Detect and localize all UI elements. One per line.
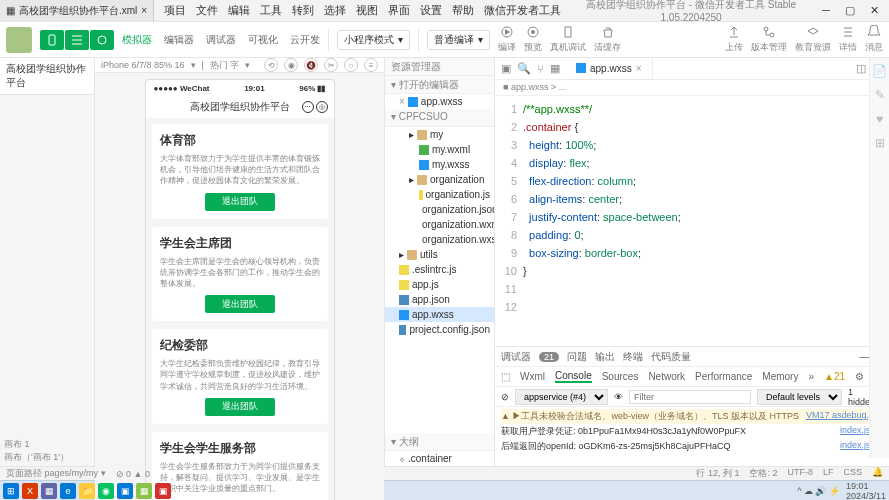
minimize-icon[interactable]: ─ — [817, 4, 835, 17]
menu-tools[interactable]: 工具 — [260, 3, 282, 18]
debugger-toggle[interactable] — [90, 30, 114, 50]
page-path[interactable]: 页面路径 pages/my/my ▾ — [6, 467, 106, 480]
real-device-button[interactable]: 真机调试 — [550, 25, 586, 54]
menu-icon[interactable]: ⋯ — [302, 101, 314, 113]
menu-help[interactable]: 帮助 — [452, 3, 474, 18]
menu-goto[interactable]: 转到 — [292, 3, 314, 18]
taskbar-app[interactable]: X — [22, 483, 38, 499]
taskbar-app[interactable]: ▣ — [117, 483, 133, 499]
project-tab[interactable]: 高校团学组织协作平台 — [0, 58, 94, 95]
inspect-icon[interactable]: ⬚ — [501, 371, 510, 382]
tree-item[interactable]: ▸ my — [385, 127, 494, 142]
indent-info[interactable]: 空格: 2 — [749, 467, 777, 480]
tab-editor[interactable]: 编辑器 — [164, 33, 194, 47]
bell-icon[interactable]: 🔔 — [872, 467, 883, 480]
menu-select[interactable]: 选择 — [324, 3, 346, 18]
close-icon[interactable]: × — [141, 5, 147, 16]
device-select[interactable]: iPhone 6/7/8 85% 16 — [101, 60, 185, 70]
tab-wxml[interactable]: Wxml — [520, 371, 545, 382]
tab-cloud[interactable]: 云开发 — [290, 33, 320, 47]
code-body[interactable]: /**app.wxss**/.container { height: 100%;… — [523, 96, 889, 346]
tree-item[interactable]: project.config.json — [385, 322, 494, 337]
split-icon[interactable]: ◫ — [856, 62, 866, 75]
edu-button[interactable]: 教育资源 — [795, 25, 831, 54]
tab-performance[interactable]: Performance — [695, 371, 752, 382]
more-icon[interactable]: ≡ — [364, 58, 378, 72]
leave-button[interactable]: 退出团队 — [205, 193, 275, 211]
console-tab-problems[interactable]: 问题 — [567, 350, 587, 364]
open-file[interactable]: × app.wxss — [385, 94, 494, 109]
outline-header[interactable]: ▾ 大纲 — [385, 433, 494, 451]
dock-icon[interactable]: ♥ — [876, 112, 883, 126]
tree-item[interactable]: organization.js — [385, 187, 494, 202]
start-button[interactable]: ⊞ — [3, 483, 19, 499]
tree-item[interactable]: app.wxss — [385, 307, 494, 322]
code-editor[interactable]: 123456789101112 /**app.wxss**/.container… — [495, 96, 889, 346]
outline-item[interactable]: ⬨ .container — [385, 451, 494, 466]
tree-item[interactable]: organization.json — [385, 202, 494, 217]
detail-button[interactable]: 详情 — [839, 25, 857, 54]
filter-input[interactable] — [629, 390, 751, 404]
taskbar-folder[interactable]: 📁 — [79, 483, 95, 499]
tab-network[interactable]: Network — [648, 371, 685, 382]
eye-icon[interactable]: 👁 — [614, 392, 623, 402]
menu-view[interactable]: 视图 — [356, 3, 378, 18]
tree-item[interactable]: organization.wxml — [385, 217, 494, 232]
explorer-icon[interactable]: ▣ — [501, 62, 511, 75]
search-icon[interactable]: 🔍 — [517, 62, 531, 75]
tree-item[interactable]: ▸ utils — [385, 247, 494, 262]
preview-button[interactable]: 预览 — [524, 25, 542, 54]
stop-icon[interactable]: ◉ — [284, 58, 298, 72]
maximize-icon[interactable]: ▢ — [841, 4, 859, 17]
encoding[interactable]: UTF-8 — [787, 467, 813, 480]
branch-icon[interactable]: ⑂ — [537, 63, 544, 75]
open-editors-header[interactable]: ▾ 打开的编辑器 — [385, 76, 494, 94]
taskbar-edge[interactable]: e — [60, 483, 76, 499]
taskbar-app[interactable]: ▦ — [136, 483, 152, 499]
editor-toggle[interactable] — [65, 30, 89, 50]
tree-item[interactable]: app.js — [385, 277, 494, 292]
tab-simulator[interactable]: 模拟器 — [122, 33, 152, 47]
close-capsule-icon[interactable]: ◎ — [316, 101, 328, 113]
levels-select[interactable]: Default levels — [757, 389, 842, 405]
menu-file[interactable]: 文件 — [196, 3, 218, 18]
messages-button[interactable]: 消息 — [865, 25, 883, 54]
editor-tab-active[interactable]: app.wxss × — [566, 58, 653, 79]
tab-memory[interactable]: Memory — [762, 371, 798, 382]
close-window-icon[interactable]: ✕ — [865, 4, 883, 17]
console-tab-terminal[interactable]: 终端 — [623, 350, 643, 364]
avatar[interactable] — [6, 27, 32, 53]
menu-settings[interactable]: 设置 — [420, 3, 442, 18]
tree-item[interactable]: my.wxml — [385, 142, 494, 157]
simulator-toggle[interactable] — [40, 30, 64, 50]
menu-project[interactable]: 项目 — [164, 3, 186, 18]
breadcrumb[interactable]: ■ app.wxss > ... — [495, 80, 889, 96]
phone-content[interactable]: 体育部大学体育部致力于为学生提供丰富的体育锻炼机会，引导他们培养健康的生活方式和… — [146, 118, 334, 500]
dock-icon[interactable]: ✎ — [875, 88, 885, 102]
document-tab[interactable]: ▦ 高校团学组织协作平台.xml × — [0, 0, 154, 21]
eol[interactable]: LF — [823, 467, 834, 480]
console-tab-output[interactable]: 输出 — [595, 350, 615, 364]
problems-count[interactable]: ⊘ 0 ▲ 0 — [116, 469, 150, 479]
refresh-icon[interactable]: ⟲ — [264, 58, 278, 72]
clear-icon[interactable]: ⊘ — [501, 392, 509, 402]
tab-visual[interactable]: 可视化 — [248, 33, 278, 47]
home-icon[interactable]: ○ — [344, 58, 358, 72]
console-tab-debugger[interactable]: 调试器 — [501, 350, 531, 364]
console-tab-quality[interactable]: 代码质量 — [651, 350, 691, 364]
menu-edit[interactable]: 编辑 — [228, 3, 250, 18]
minimize-panel-icon[interactable]: — — [859, 351, 869, 362]
dock-icon[interactable]: ⊞ — [875, 136, 885, 150]
upload-button[interactable]: 上传 — [725, 25, 743, 54]
gear-icon[interactable]: ⚙ — [855, 371, 864, 382]
project-header[interactable]: ▾ CPFCSUO — [385, 109, 494, 127]
tray-clock[interactable]: 19:012024/3/11 — [846, 481, 886, 501]
cursor-position[interactable]: 行 12, 列 1 — [696, 467, 739, 480]
lang-mode[interactable]: CSS — [843, 467, 862, 480]
mute-icon[interactable]: 🔇 — [304, 58, 318, 72]
tray-icons[interactable]: ^ ☁ 🔊 ⚡ — [797, 486, 840, 496]
compile-button[interactable]: 编译 — [498, 25, 516, 54]
close-tab-icon[interactable]: × — [636, 63, 642, 74]
taskbar-app[interactable]: ▦ — [41, 483, 57, 499]
ext-icon[interactable]: ▦ — [550, 62, 560, 75]
